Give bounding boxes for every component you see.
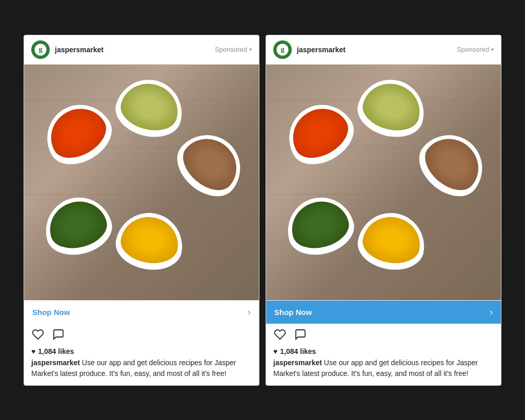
caption-2: jaspersmarket Use our app and get delici… — [273, 358, 494, 379]
svg-text:g: g — [38, 45, 43, 53]
heart-filled-icon-2: ♥ — [273, 347, 277, 355]
spice-scene-1 — [24, 65, 259, 300]
bowl-yellow-fill — [118, 213, 182, 267]
caption-author-1[interactable]: jaspersmarket — [31, 359, 80, 367]
comment-icon-2[interactable] — [294, 328, 307, 341]
likes-2: ♥ 1,084 likes — [273, 347, 494, 355]
username-2[interactable]: jaspersmarket — [297, 46, 457, 54]
bowl-dark-green — [38, 190, 117, 262]
card-actions-2 — [266, 324, 501, 345]
card-header-2: g jaspersmarket Sponsored ▾ — [266, 35, 501, 65]
card-footer-2: ♥ 1,084 likes jaspersmarket Use our app … — [266, 345, 501, 385]
heart-icon-1[interactable] — [31, 328, 45, 341]
comment-icon-1[interactable] — [52, 328, 65, 341]
svg-text:g: g — [280, 45, 285, 53]
bowl-brown-fill — [175, 128, 248, 199]
sponsored-label-1: Sponsored ▾ — [215, 46, 252, 53]
shop-now-text-1: Shop Now — [32, 308, 70, 317]
post-image-1 — [24, 65, 259, 300]
heart-filled-icon-1: ♥ — [31, 347, 35, 355]
card-footer-1: ♥ 1,084 likes jaspersmarket Use our app … — [24, 345, 259, 385]
heart-icon-2[interactable] — [273, 328, 287, 341]
chevron-down-icon-1: ▾ — [249, 47, 252, 52]
likes-1: ♥ 1,084 likes — [31, 347, 252, 355]
bowl-green-herb-fill-2 — [358, 77, 426, 136]
page-wrapper: g jaspersmarket Sponsored ▾ — [13, 25, 512, 396]
caption-author-2[interactable]: jaspersmarket — [273, 359, 322, 367]
ad-card-1: g jaspersmarket Sponsored ▾ — [24, 35, 259, 386]
bowl-green-herb-2 — [352, 72, 431, 144]
shop-now-bar-1[interactable]: Shop Now › — [24, 300, 259, 324]
shop-now-bar-2[interactable]: Shop Now › — [266, 300, 501, 324]
bowl-yellow-fill-2 — [360, 213, 424, 267]
bowl-dark-green-fill — [44, 195, 111, 254]
bowl-red — [35, 92, 121, 174]
spice-scene-2 — [266, 65, 501, 300]
bowl-brown-fill-2 — [417, 128, 490, 199]
bowl-dark-green-2 — [280, 190, 359, 262]
ad-card-2: g jaspersmarket Sponsored ▾ — [266, 35, 501, 386]
bowl-red-fill — [41, 98, 113, 166]
bowl-red-fill-2 — [283, 98, 355, 166]
sponsored-label-2: Sponsored ▾ — [457, 46, 494, 53]
bowl-yellow-2 — [354, 207, 429, 275]
caption-1: jaspersmarket Use our app and get delici… — [31, 358, 252, 379]
avatar-1[interactable]: g — [31, 40, 50, 59]
card-header-1: g jaspersmarket Sponsored ▾ — [24, 35, 259, 65]
bowl-green-herb-fill — [116, 77, 184, 136]
post-image-2 — [266, 65, 501, 300]
username-1[interactable]: jaspersmarket — [55, 46, 215, 54]
avatar-2[interactable]: g — [273, 40, 292, 59]
bowl-red-2 — [277, 92, 363, 174]
shop-now-text-2: Shop Now — [274, 308, 312, 317]
shop-now-chevron-1: › — [248, 307, 251, 318]
chevron-down-icon-2: ▾ — [491, 47, 494, 52]
bowl-dark-green-fill-2 — [286, 195, 353, 254]
bowl-yellow — [112, 207, 187, 275]
shop-now-chevron-2: › — [490, 307, 493, 318]
card-actions-1 — [24, 324, 259, 345]
bowl-green-herb — [110, 72, 189, 144]
